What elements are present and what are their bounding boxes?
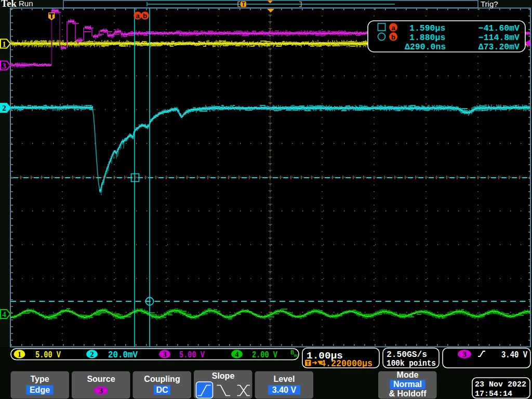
svg-text:Δ290.0ns: Δ290.0ns	[405, 42, 446, 52]
svg-text:a: a	[391, 24, 395, 32]
svg-text:T: T	[306, 360, 310, 366]
svg-text:2: 2	[2, 104, 6, 112]
svg-text:Type: Type	[30, 375, 49, 383]
svg-text:3.40 V: 3.40 V	[272, 385, 297, 394]
svg-text:2: 2	[90, 351, 94, 358]
svg-text:3.40 V: 3.40 V	[501, 350, 527, 360]
svg-text:Run: Run	[19, 0, 33, 8]
svg-text:& Holdoff: & Holdoff	[389, 389, 427, 398]
svg-text:5.00 V: 5.00 V	[35, 350, 61, 360]
svg-text:4.220000µs: 4.220000µs	[321, 358, 373, 369]
svg-text:1: 1	[18, 351, 21, 358]
svg-text:100k points: 100k points	[387, 358, 436, 368]
svg-text:W: W	[294, 353, 298, 358]
svg-text:3: 3	[163, 351, 167, 358]
svg-text:Normal: Normal	[393, 380, 422, 389]
svg-text:Source: Source	[87, 375, 115, 383]
svg-text:4: 4	[235, 351, 239, 358]
svg-text:b: b	[143, 12, 147, 20]
svg-text:Trig?: Trig?	[481, 0, 498, 8]
svg-text:5.00 V: 5.00 V	[179, 350, 205, 360]
svg-text:4: 4	[2, 310, 6, 318]
svg-text:3: 3	[2, 62, 6, 70]
svg-text:−41.60mV: −41.60mV	[478, 23, 520, 33]
svg-text:a: a	[136, 12, 140, 20]
svg-text:Slope: Slope	[212, 371, 235, 380]
svg-text:Δ73.20mV: Δ73.20mV	[478, 42, 520, 52]
svg-text:1: 1	[2, 40, 6, 48]
svg-text:3: 3	[463, 351, 467, 358]
svg-text:b: b	[391, 33, 395, 41]
svg-text:−114.8mV: −114.8mV	[478, 33, 520, 43]
svg-text:1.590µs: 1.590µs	[409, 23, 445, 33]
svg-text:23 Nov 2022: 23 Nov 2022	[475, 380, 526, 389]
svg-text:2.00 V: 2.00 V	[252, 350, 277, 360]
svg-text:Mode: Mode	[397, 370, 419, 379]
svg-text:Edge: Edge	[30, 385, 50, 394]
svg-text:3: 3	[99, 387, 103, 395]
svg-text:Coupling: Coupling	[144, 375, 180, 383]
svg-text:20.0mV: 20.0mV	[108, 350, 138, 360]
svg-text:T: T	[242, 2, 245, 7]
svg-text:17:54:14: 17:54:14	[475, 390, 512, 398]
svg-text:Tek: Tek	[1, 0, 17, 9]
svg-text:1.880µs: 1.880µs	[409, 33, 445, 43]
svg-text:DC: DC	[156, 385, 168, 394]
svg-text:Level: Level	[274, 375, 295, 383]
